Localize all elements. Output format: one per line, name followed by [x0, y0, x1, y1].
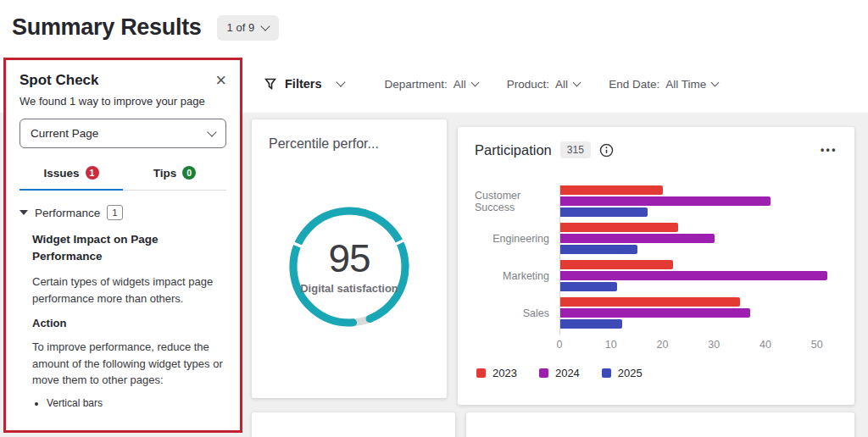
- summary-results-page: Summary Results 1 of 9 Hide filters (4): [0, 0, 868, 437]
- action-item: Vertical bars: [47, 397, 226, 409]
- gauge-center: 95 Digital satisfaction: [281, 199, 417, 335]
- action-text: To improve performance, reduce the amoun…: [32, 339, 226, 389]
- widget-percentile-performance: Percentile perfor... 95 Digital satisfac…: [252, 119, 447, 398]
- legend-item[interactable]: 2024: [539, 367, 580, 379]
- widget-card-stub: [252, 412, 455, 437]
- gauge-label: Digital satisfaction: [300, 282, 398, 295]
- widget-menu-button[interactable]: •••: [821, 144, 837, 156]
- tab-tips[interactable]: Tips 0: [123, 157, 226, 191]
- x-tick: 50: [811, 339, 823, 351]
- widget-title: Participation: [475, 142, 552, 158]
- widget-header: Participation 315 •••: [458, 127, 854, 158]
- x-tick: 10: [605, 339, 617, 351]
- x-axis-row: 01020304050: [475, 335, 837, 353]
- x-tick: 20: [657, 339, 669, 351]
- filters-label: Filters: [285, 77, 322, 91]
- section-count: 1: [107, 205, 122, 220]
- bar-2024[interactable]: [560, 234, 715, 243]
- bar-2023[interactable]: [560, 297, 740, 307]
- bar-category-labels: Customer SuccessEngineeringMarketingSale…: [475, 185, 559, 335]
- widget-card-stub: [466, 412, 854, 437]
- section-label: Performance: [35, 207, 100, 219]
- page-selector-value: 1 of 9: [227, 21, 255, 34]
- scope-select-value: Current Page: [31, 127, 98, 140]
- filter-name: End Date:: [609, 78, 659, 91]
- legend-item[interactable]: 2025: [602, 367, 643, 379]
- top-bar: Summary Results 1 of 9: [0, 0, 868, 55]
- bar-2023[interactable]: [560, 223, 678, 232]
- filter-value: All: [453, 78, 466, 91]
- bar-2025[interactable]: [560, 245, 637, 254]
- funnel-icon: [264, 78, 276, 90]
- filter-value: All: [555, 78, 568, 91]
- bar-group: [560, 260, 837, 291]
- page-selector-dropdown[interactable]: 1 of 9: [217, 15, 280, 41]
- chevron-down-icon: [573, 79, 581, 87]
- action-items-list: Vertical bars: [47, 397, 226, 409]
- category-label: Sales: [475, 297, 559, 329]
- bar-2023[interactable]: [560, 260, 673, 269]
- bar-2024[interactable]: [560, 271, 827, 280]
- scope-select[interactable]: Current Page: [19, 119, 226, 148]
- legend-label: 2025: [618, 367, 643, 379]
- legend-label: 2024: [555, 367, 580, 379]
- response-count-badge: 315: [560, 141, 591, 158]
- spot-check-panel: Spot Check × We found 1 way to improve y…: [3, 58, 242, 433]
- filter-name: Product:: [507, 78, 549, 91]
- spot-check-title: Spot Check: [19, 72, 99, 89]
- x-axis: 01020304050: [559, 335, 837, 353]
- gauge-value: 95: [328, 239, 370, 278]
- widget-title: Percentile perfor...: [252, 119, 447, 152]
- bar-2025[interactable]: [560, 282, 617, 291]
- chevron-down-icon: [711, 79, 720, 87]
- filter-product[interactable]: Product: All: [507, 78, 580, 91]
- filter-department[interactable]: Department: All: [385, 78, 478, 91]
- x-tick: 0: [557, 339, 563, 351]
- bar-plot: [559, 185, 837, 335]
- x-tick: 40: [760, 339, 771, 351]
- action-label: Action: [32, 317, 226, 329]
- x-tick: 30: [708, 339, 720, 351]
- bar-2024[interactable]: [560, 308, 750, 318]
- issues-count-badge: 1: [86, 166, 99, 180]
- bar-2023[interactable]: [560, 185, 663, 195]
- legend-label: 2023: [492, 367, 517, 379]
- bar-group: [560, 223, 837, 254]
- issue-title: Widget Impact on Page Performance: [32, 231, 185, 264]
- bar-group: [560, 297, 837, 329]
- bar-2024[interactable]: [560, 196, 771, 206]
- widget-participation: Participation 315 ••• Customer SuccessEn…: [458, 127, 854, 405]
- bar-2025[interactable]: [560, 207, 648, 217]
- category-label: Marketing: [475, 260, 559, 291]
- chevron-down-icon: [260, 21, 270, 30]
- page-title: Summary Results: [12, 14, 202, 41]
- close-icon[interactable]: ×: [215, 71, 226, 90]
- filters-dropdown[interactable]: Filters: [264, 77, 344, 91]
- filter-end-date[interactable]: End Date: All Time: [609, 78, 718, 91]
- donut-gauge: 95 Digital satisfaction: [281, 199, 417, 335]
- chevron-down-icon: [470, 79, 479, 87]
- filter-name: Department:: [385, 78, 448, 91]
- tips-count-badge: 0: [182, 166, 196, 180]
- tab-label: Issues: [43, 167, 79, 180]
- category-label: Engineering: [475, 223, 559, 254]
- spot-check-tabs: Issues 1 Tips 0: [19, 157, 226, 191]
- legend-item[interactable]: 2023: [476, 367, 517, 379]
- bar-group: [560, 185, 837, 217]
- tab-label: Tips: [153, 167, 177, 180]
- issue-details: Widget Impact on Page Performance Certai…: [32, 231, 226, 409]
- bar-2025[interactable]: [560, 319, 622, 329]
- legend-swatch: [602, 368, 611, 378]
- tab-issues[interactable]: Issues 1: [19, 157, 123, 191]
- chevron-down-icon: [336, 77, 345, 86]
- caret-down-icon: [19, 210, 28, 215]
- participation-bar-chart: Customer SuccessEngineeringMarketingSale…: [458, 185, 854, 353]
- info-icon[interactable]: [599, 143, 614, 158]
- chart-legend: 202320242025: [458, 367, 854, 379]
- performance-section-toggle[interactable]: Performance 1: [19, 205, 226, 220]
- filter-value: All Time: [665, 78, 706, 91]
- issue-description: Certain types of widgets impact page per…: [32, 274, 226, 307]
- legend-swatch: [476, 368, 486, 378]
- legend-swatch: [539, 368, 548, 378]
- spot-check-subtitle: We found 1 way to improve your page: [19, 95, 226, 108]
